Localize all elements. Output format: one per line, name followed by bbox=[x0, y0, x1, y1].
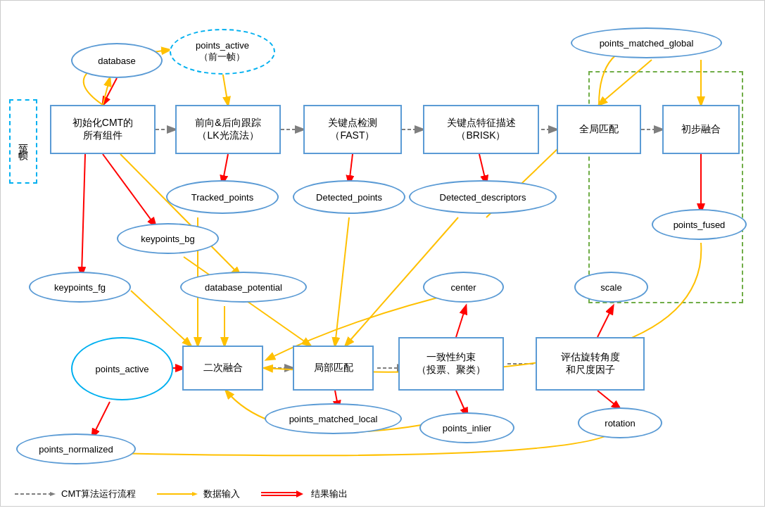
consistency-node: 一致性约束（投票、聚类） bbox=[398, 337, 504, 391]
svg-line-1 bbox=[222, 71, 228, 105]
svg-line-22 bbox=[598, 306, 613, 337]
forward-backward-node: 前向&后向跟踪（LK光流法） bbox=[175, 105, 281, 154]
keypoint-detect-node: 关键点检测（FAST） bbox=[303, 105, 402, 154]
keypoint-desc-node: 关键点特征描述（BRISK） bbox=[423, 105, 539, 154]
first-frame-label: 第一帧 bbox=[9, 99, 37, 184]
points-active-node: points_active bbox=[71, 337, 173, 400]
database-node: database bbox=[71, 43, 163, 78]
detected-desc-node: Detected_descriptors bbox=[409, 180, 557, 214]
tracked-points-node: Tracked_points bbox=[166, 180, 279, 214]
second-fuse-node: 二次融合 bbox=[182, 346, 263, 391]
points-matched-global-node: points_matched_global bbox=[571, 27, 722, 58]
svg-line-7 bbox=[222, 154, 228, 184]
init-cmt-node: 初始化CMT的所有组件 bbox=[50, 105, 156, 154]
points-matched-local-node: points_matched_local bbox=[265, 403, 402, 434]
center-node: center bbox=[423, 272, 504, 303]
svg-line-12 bbox=[120, 154, 240, 275]
svg-line-8 bbox=[349, 154, 353, 184]
points-active-prev-node: points_active（前一帧） bbox=[170, 29, 275, 75]
local-match-node: 局部匹配 bbox=[293, 346, 374, 391]
svg-line-34 bbox=[103, 78, 110, 105]
svg-line-26 bbox=[92, 402, 110, 437]
points-fused-node: points_fused bbox=[652, 209, 747, 240]
init-fuse-node: 初步融合 bbox=[662, 105, 740, 154]
svg-line-11 bbox=[82, 154, 85, 275]
diagram: 第一帧 bbox=[0, 0, 765, 507]
svg-line-23 bbox=[598, 391, 620, 409]
points-normalized-node: points_normalized bbox=[16, 433, 136, 464]
svg-line-9 bbox=[479, 154, 486, 184]
points-inlier-node: points_inlier bbox=[419, 412, 514, 443]
eval-rotation-node: 评估旋转角度和尺度因子 bbox=[536, 337, 645, 391]
detected-points-node: Detected_points bbox=[293, 180, 405, 214]
rotation-node: rotation bbox=[578, 407, 662, 438]
global-match-node: 全局匹配 bbox=[557, 105, 641, 154]
keypoints-bg-node: keypoints_bg bbox=[117, 223, 219, 254]
svg-line-13 bbox=[131, 291, 191, 346]
scale-node: scale bbox=[574, 272, 648, 303]
svg-line-10 bbox=[103, 154, 156, 226]
keypoints-fg-node: keypoints_fg bbox=[29, 272, 131, 303]
svg-line-21 bbox=[456, 306, 466, 337]
database-potential-node: database_potential bbox=[180, 272, 307, 303]
svg-line-0 bbox=[103, 78, 117, 105]
